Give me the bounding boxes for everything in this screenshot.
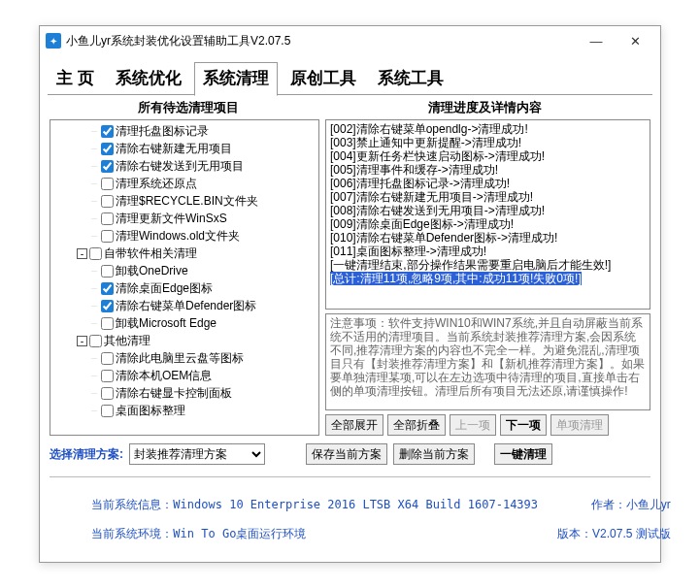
log-line: [009]清除桌面Edge图标->清理成功! <box>330 217 646 231</box>
expand-toggle[interactable]: - <box>77 248 87 259</box>
log-line: [010]清除右键菜单Defender图标->清理成功! <box>330 231 646 245</box>
tree-item[interactable]: ⋯清理$RECYCLE.BIN文件夹 <box>52 192 317 210</box>
item-checkbox[interactable] <box>101 160 114 173</box>
tab-original[interactable]: 原创工具 <box>282 62 365 96</box>
tab-home[interactable]: 主 页 <box>48 62 103 96</box>
tree-item[interactable]: ⋯清理托盘图标记录 <box>52 122 317 140</box>
prev-item-button[interactable]: 上一项 <box>450 414 496 436</box>
item-label: 清理Windows.old文件夹 <box>116 227 240 245</box>
item-label: 卸载OneDrive <box>116 262 188 279</box>
log-panel[interactable]: [002]清除右键菜单opendlg->清理成功![003]禁止通知中更新提醒-… <box>325 119 650 310</box>
window-title: 小鱼儿yr系统封装优化设置辅助工具V2.07.5 <box>66 33 577 49</box>
log-line: [011]桌面图标整理->清理成功! <box>330 245 646 258</box>
log-line: [004]更新任务栏快速启动图标->清理成功! <box>330 149 646 163</box>
tree-item[interactable]: ⋯卸载OneDrive <box>52 262 317 279</box>
item-label: 清除此电脑里云盘等图标 <box>116 349 244 367</box>
delete-scheme-button[interactable]: 删除当前方案 <box>393 443 475 465</box>
item-label: 清理系统还原点 <box>116 175 197 192</box>
item-label: 清除右键菜单Defender图标 <box>116 297 256 314</box>
tree-group[interactable]: -其他清理 <box>52 332 317 349</box>
single-clean-button[interactable]: 单项清理 <box>550 414 609 436</box>
app-window: ✦ 小鱼儿yr系统封装优化设置辅助工具V2.07.5 — ✕ 主 页 系统优化 … <box>39 25 661 563</box>
scheme-select[interactable]: 封装推荐清理方案 <box>129 443 265 465</box>
item-checkbox[interactable] <box>101 212 114 225</box>
tree-item[interactable]: ⋯清除右键发送到无用项目 <box>52 157 317 175</box>
close-button[interactable]: ✕ <box>616 29 654 52</box>
divider <box>50 476 650 477</box>
item-label: 桌面图标整理 <box>116 402 185 419</box>
progress-header: 清理进度及详情内容 <box>323 99 647 116</box>
item-label: 清除右键显卡控制面板 <box>116 384 232 402</box>
scheme-label: 选择清理方案: <box>50 446 123 463</box>
item-checkbox[interactable] <box>89 335 102 347</box>
item-label: 清理$RECYCLE.BIN文件夹 <box>116 192 258 210</box>
item-label: 清除右键新建无用项目 <box>116 140 232 157</box>
item-label: 自带软件相关清理 <box>104 245 197 262</box>
tree-group[interactable]: -自带软件相关清理 <box>52 245 317 262</box>
note-panel: 注意事项：软件支持WIN10和WIN7系统,并且自动屏蔽当前系统不适用的清理项目… <box>325 313 650 410</box>
item-label: 其他清理 <box>104 332 150 349</box>
item-checkbox[interactable] <box>101 387 114 400</box>
tab-bar: 主 页 系统优化 系统清理 原创工具 系统工具 <box>40 55 660 95</box>
tree-item[interactable]: ⋯清除桌面Edge图标 <box>52 279 317 297</box>
item-checkbox[interactable] <box>101 370 114 382</box>
item-checkbox[interactable] <box>101 317 114 330</box>
column-headers: 所有待选清理项目 清理进度及详情内容 <box>40 96 660 119</box>
log-line-selected: [总计:清理11项,忽略9项,其中:成功11项!失败0项!] <box>330 272 582 285</box>
item-label: 卸载Microsoft Edge <box>116 314 217 332</box>
tree-item[interactable]: ⋯清除右键新建无用项目 <box>52 140 317 157</box>
tab-systools[interactable]: 系统工具 <box>369 62 452 96</box>
tree-item[interactable]: ⋯清除右键菜单Defender图标 <box>52 297 317 314</box>
tree-item[interactable]: ⋯清理Windows.old文件夹 <box>52 227 317 245</box>
tree-item[interactable]: ⋯清理系统还原点 <box>52 175 317 192</box>
log-line: [008]清除右键发送到无用项目->清理成功! <box>330 204 646 217</box>
log-line: [005]清理事件和缓存->清理成功! <box>330 163 646 177</box>
app-icon: ✦ <box>46 33 61 49</box>
log-line: [007]清除右键新建无用项目->清理成功! <box>330 190 646 204</box>
item-checkbox[interactable] <box>101 143 114 155</box>
item-checkbox[interactable] <box>101 195 114 208</box>
item-checkbox[interactable] <box>101 178 114 190</box>
item-label: 清除右键发送到无用项目 <box>116 157 244 175</box>
item-checkbox[interactable] <box>101 125 114 138</box>
item-checkbox[interactable] <box>101 352 114 365</box>
item-checkbox[interactable] <box>101 265 114 278</box>
tree-item[interactable]: ⋯清理更新文件WinSxS <box>52 210 317 227</box>
item-checkbox[interactable] <box>101 230 114 243</box>
item-label: 清理更新文件WinSxS <box>116 210 227 227</box>
action-button-row: 全部展开 全部折叠 上一项 下一项 单项清理 <box>325 414 650 436</box>
tree-item[interactable]: ⋯卸载Microsoft Edge <box>52 314 317 332</box>
item-label: 清理托盘图标记录 <box>116 122 209 140</box>
items-header: 所有待选清理项目 <box>53 99 323 116</box>
tree-item[interactable]: ⋯清除本机OEM信息 <box>52 367 317 384</box>
tree-item[interactable]: ⋯清除此电脑里云盘等图标 <box>52 349 317 367</box>
tab-optimize[interactable]: 系统优化 <box>107 62 190 96</box>
expand-all-button[interactable]: 全部展开 <box>325 414 383 436</box>
item-checkbox[interactable] <box>89 247 102 260</box>
log-line: [006]清理托盘图标记录->清理成功! <box>330 177 646 190</box>
item-label: 清除桌面Edge图标 <box>116 279 213 297</box>
tree-item[interactable]: ⋯清除右键显卡控制面板 <box>52 384 317 402</box>
log-line: [002]清除右键菜单opendlg->清理成功! <box>330 122 646 136</box>
expand-toggle[interactable]: - <box>77 336 87 346</box>
item-label: 清除本机OEM信息 <box>116 367 212 384</box>
cleanup-tree[interactable]: ⋯清理托盘图标记录⋯清除右键新建无用项目⋯清除右键发送到无用项目⋯清理系统还原点… <box>50 119 319 436</box>
tree-item[interactable]: ⋯桌面图标整理 <box>52 402 317 419</box>
save-scheme-button[interactable]: 保存当前方案 <box>306 443 387 465</box>
title-bar: ✦ 小鱼儿yr系统封装优化设置辅助工具V2.07.5 — ✕ <box>40 26 660 55</box>
item-checkbox[interactable] <box>101 282 114 295</box>
log-line: [一键清理结束,部分操作结果需要重启电脑后才能生效!] <box>330 258 646 272</box>
tab-clean[interactable]: 系统清理 <box>194 62 278 96</box>
item-checkbox[interactable] <box>101 300 114 312</box>
item-checkbox[interactable] <box>101 405 114 417</box>
log-line: [003]禁止通知中更新提醒->清理成功! <box>330 136 646 149</box>
collapse-all-button[interactable]: 全部折叠 <box>387 414 446 436</box>
minimize-button[interactable]: — <box>577 29 616 52</box>
status-bar: 当前系统信息：Windows 10 Enterprise 2016 LTSB X… <box>40 483 660 562</box>
next-item-button[interactable]: 下一项 <box>500 414 547 436</box>
one-click-clean-button[interactable]: 一键清理 <box>494 443 552 465</box>
